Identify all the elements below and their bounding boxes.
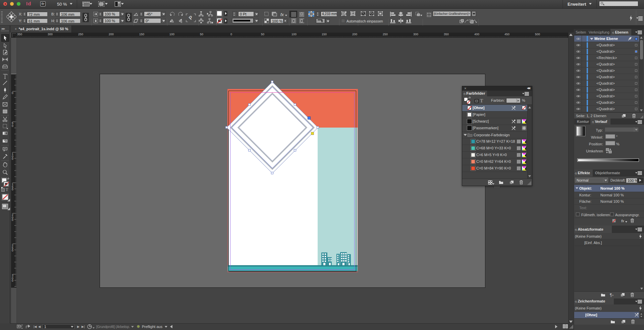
svg-text:P: P	[187, 14, 194, 21]
